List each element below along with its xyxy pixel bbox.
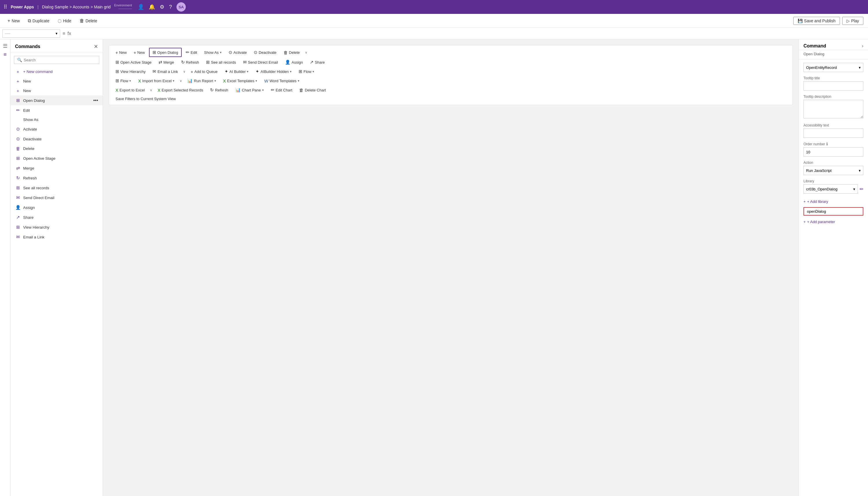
activate-icon: ⊙ <box>228 50 232 55</box>
bell-icon[interactable]: 🔔 <box>149 4 155 10</box>
ribbon-more-1[interactable]: ∨ <box>304 49 309 56</box>
action-dropdown[interactable]: OpenEntityRecord ▾ <box>804 63 863 72</box>
ribbon-assign[interactable]: 👤 Assign <box>282 58 306 66</box>
ribbon-word-templates[interactable]: W Word Templates ▾ <box>261 77 302 85</box>
cmd-activate[interactable]: ⊙ Activate <box>11 124 103 134</box>
cmd-refresh[interactable]: ↻ Refresh <box>11 173 103 183</box>
ribbon-add-to-queue[interactable]: + Add to Queue <box>188 68 220 76</box>
cmd-send-direct-email[interactable]: ✉ Send Direct Email <box>11 193 103 203</box>
ribbon-refresh-2[interactable]: ↻ Refresh <box>207 86 231 94</box>
ribbon-open-dialog[interactable]: ⊞ Open Dialog <box>149 48 182 57</box>
ribbon-send-direct-email[interactable]: ✉ Send Direct Email <box>240 58 281 66</box>
ribbon-edit[interactable]: ✏ Edit <box>183 48 200 57</box>
more-icon[interactable]: ••• <box>93 98 98 103</box>
dialog-icon: ⊞ <box>15 98 21 103</box>
cmd-view-hierarchy[interactable]: ⊞ View Hierarchy <box>11 222 103 232</box>
person-icon[interactable]: 👤 <box>138 4 144 10</box>
cmd-edit[interactable]: ✏ Edit <box>11 105 103 115</box>
ribbon-import-excel[interactable]: X Import from Excel ▾ <box>135 77 177 85</box>
plus-icon: + <box>134 50 136 55</box>
library-dropdown[interactable]: cr03b_OpenDialog ▾ <box>804 184 858 193</box>
ribbon-container: + New + New ⊞ Open Dialog ✏ Edit Show As <box>109 45 793 105</box>
ribbon-delete[interactable]: 🗑 Delete <box>281 49 303 57</box>
accessibility-text-input[interactable] <box>804 128 863 138</box>
ribbon-email-link[interactable]: ✉ Email a Link <box>149 67 181 76</box>
cmd-merge[interactable]: ⇄ Merge <box>11 163 103 173</box>
refresh-icon: ↻ <box>181 60 185 65</box>
cmd-new-2[interactable]: + New <box>11 86 103 95</box>
ribbon-more-4[interactable]: ∨ <box>178 78 183 84</box>
expand-icon[interactable]: › <box>862 43 863 49</box>
new-button[interactable]: + New <box>5 17 22 25</box>
ribbon-share[interactable]: ↗ Share <box>307 58 328 66</box>
search-box: 🔍 <box>14 56 99 64</box>
ribbon-chart-pane[interactable]: 📊 Chart Pane ▾ <box>232 86 267 94</box>
ribbon-new-2[interactable]: + New <box>131 49 148 57</box>
ribbon-excel-templates[interactable]: X Excel Templates ▾ <box>220 77 260 85</box>
ribbon-more-3[interactable]: ∨ <box>182 68 187 75</box>
cmd-open-dialog[interactable]: ⊞ Open Dialog ••• <box>11 95 103 105</box>
add-library-button[interactable]: + + Add library <box>804 198 828 205</box>
ribbon-export-excel[interactable]: X Export to Excel <box>113 86 147 94</box>
ribbon-activate[interactable]: ⊙ Activate <box>226 48 250 57</box>
share-icon: ↗ <box>310 60 314 65</box>
refresh-icon: ↻ <box>15 175 21 181</box>
chevron-down-icon: ▾ <box>56 31 58 35</box>
ribbon-refresh[interactable]: ↻ Refresh <box>178 58 202 66</box>
cmd-see-all-records[interactable]: ⊞ See all records <box>11 183 103 193</box>
ribbon-open-active-stage[interactable]: ⊞ Open Active Stage <box>113 58 155 66</box>
cmd-new-1[interactable]: + New <box>11 76 103 86</box>
formula-bar: ── ▾ ≡ fx <box>0 28 868 40</box>
new-command-item[interactable]: + + New command <box>11 67 103 76</box>
delete-button[interactable]: 🗑 Delete <box>77 17 100 25</box>
formula-input[interactable] <box>74 30 866 37</box>
cmd-deactivate[interactable]: ⊙ Deactivate <box>11 134 103 144</box>
tooltip-description-input[interactable] <box>804 100 863 118</box>
ribbon-delete-chart[interactable]: 🗑 Delete Chart <box>296 86 329 94</box>
ribbon-see-all-records[interactable]: ⊞ See all records <box>203 58 239 66</box>
formula-dropdown[interactable]: ── ▾ <box>2 30 60 37</box>
ribbon-view-hierarchy[interactable]: ⊞ View Hierarchy <box>113 67 148 76</box>
ribbon-export-selected[interactable]: X Export Selected Records <box>155 86 206 94</box>
cmd-open-active-stage[interactable]: ⊞ Open Active Stage <box>11 153 103 163</box>
ribbon-flow-2[interactable]: ⊞ Flow ▾ <box>113 77 134 85</box>
ribbon-aibuilder-hidden[interactable]: ✦ AIBuilder Hidden ▾ <box>253 67 295 76</box>
ribbon-ai-builder[interactable]: ✦ AI Builder ▾ <box>222 67 251 76</box>
ribbon-show-as[interactable]: Show As ▾ <box>201 49 224 56</box>
menu-icon[interactable]: ☰ <box>3 43 7 49</box>
ai-icon: ✦ <box>255 69 259 74</box>
avatar[interactable]: SA <box>176 2 186 12</box>
ribbon-deactivate[interactable]: ⊙ Deactivate <box>251 48 279 57</box>
cmd-show-as[interactable]: Show As <box>11 115 103 124</box>
ribbon-flow-1[interactable]: ⊞ Flow ▾ <box>296 67 317 76</box>
cmd-delete[interactable]: 🗑 Delete <box>11 144 103 153</box>
ribbon-edit-chart[interactable]: ✏ Edit Chart <box>268 86 296 94</box>
search-input[interactable] <box>24 58 96 62</box>
gear-icon[interactable]: ⚙ <box>160 4 164 10</box>
hide-button[interactable]: ◌ Hide <box>55 17 74 25</box>
cmd-share[interactable]: ↗ Share <box>11 213 103 222</box>
list-icon[interactable]: ≡ <box>3 51 7 58</box>
save-publish-button[interactable]: 💾 Save and Publish <box>793 17 840 25</box>
order-number-input[interactable] <box>804 147 863 157</box>
help-icon[interactable]: ? <box>169 4 172 10</box>
chevron-down-icon: ▾ <box>290 70 291 74</box>
ribbon-merge[interactable]: ⇄ Merge <box>156 58 177 66</box>
waffle-icon[interactable]: ⠿ <box>3 4 7 10</box>
cmd-email-a-link[interactable]: ✉ Email a Link <box>11 232 103 242</box>
ribbon-new-1[interactable]: + New <box>113 49 130 57</box>
ribbon-run-report[interactable]: 📊 Run Report ▾ <box>184 77 219 85</box>
chevron-down-icon: ∨ <box>305 51 307 54</box>
edit-library-icon[interactable]: ✏ <box>859 186 863 192</box>
cmd-assign[interactable]: 👤 Assign <box>11 203 103 213</box>
chevron-down-icon: ▾ <box>298 79 299 83</box>
ribbon-row-2: ⊞ Open Active Stage ⇄ Merge ↻ Refresh ⊞ … <box>113 58 789 66</box>
ribbon-save-filters[interactable]: Save Filters to Current System View <box>113 95 179 103</box>
close-button[interactable]: ✕ <box>94 43 98 50</box>
duplicate-button[interactable]: ⧉ Duplicate <box>25 17 52 25</box>
tooltip-title-input[interactable] <box>804 81 863 91</box>
add-parameter-button[interactable]: + + Add parameter <box>804 218 835 226</box>
ribbon-more-5[interactable]: ∨ <box>149 87 153 93</box>
play-button[interactable]: ▷ Play <box>842 17 863 25</box>
action-value-dropdown[interactable]: Run JavaScript ▾ <box>804 166 863 175</box>
